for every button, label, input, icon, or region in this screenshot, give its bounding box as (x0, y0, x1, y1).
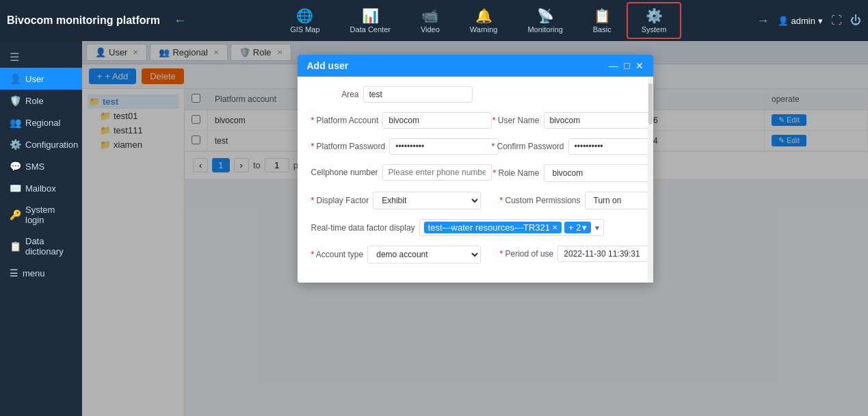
user-name-label: User Name (492, 116, 540, 125)
display-factor-select[interactable]: Exhibit (373, 192, 480, 209)
display-factor-field: Display Factor Exhibit (311, 192, 481, 209)
sidebar-item-configuration[interactable]: ⚙️ Configuration (0, 133, 82, 155)
right-controls: → 👤 admin ▾ ⛶ ⏻ (757, 14, 861, 28)
modal-header-controls: — □ ✕ (609, 60, 643, 71)
forward-button[interactable]: → (757, 14, 770, 28)
modal-minimize-button[interactable]: — (609, 60, 618, 71)
modal-maximize-button[interactable]: □ (624, 60, 629, 71)
nav-item-data-center[interactable]: 📊 Data Center (335, 2, 406, 39)
modal-scrollbar (648, 77, 653, 283)
gis-map-icon: 🌐 (296, 8, 313, 24)
sidebar-item-system-login[interactable]: 🔑 System login (0, 199, 82, 231)
nav-label-monitoring: Monitoring (527, 25, 562, 34)
nav-label-data-center: Data Center (350, 25, 391, 34)
platform-password-field: Platform Password (311, 138, 473, 155)
sidebar: ☰ 👤 User 🛡️ Role 👥 Regional ⚙️ Configura… (0, 41, 82, 416)
confirm-password-input[interactable] (568, 138, 648, 155)
cellphone-label: Cellphone number (311, 168, 378, 177)
sidebar-label-user: User (25, 74, 44, 84)
cellphone-field: Cellphone number (311, 164, 473, 181)
power-icon[interactable]: ⏻ (850, 14, 861, 27)
user-dropdown-icon: ▾ (818, 16, 823, 26)
account-name-row: Platform Account User Name (311, 112, 634, 129)
video-icon: 📹 (421, 8, 438, 24)
tag-container[interactable]: test—water resources—TR321 ✕ + 2 ▾ ▾ (419, 219, 605, 236)
nav-item-gis-map[interactable]: 🌐 GIS Map (275, 2, 334, 39)
cellphone-role-row: Cellphone number Role Name bivocom (311, 164, 634, 182)
nav-menu: 🌐 GIS Map 📊 Data Center 📹 Video 🔔 Warnin… (200, 2, 757, 39)
sidebar-label-sms: SMS (25, 161, 44, 172)
warning-icon: 🔔 (475, 8, 492, 24)
period-input[interactable] (557, 246, 647, 262)
nav-item-basic[interactable]: 📋 Basic (578, 2, 627, 39)
display-factor-label: Display Factor (311, 196, 369, 205)
nav-label-warning: Warning (470, 25, 498, 34)
sidebar-label-system-login: System login (25, 205, 73, 225)
realtime-field: Real-time data factor display test—water… (311, 219, 605, 236)
back-button[interactable]: ← (174, 14, 186, 28)
monitoring-icon: 📡 (537, 8, 554, 24)
date-input-wrap: 📅 (557, 246, 647, 262)
sidebar-item-regional[interactable]: 👥 Regional (0, 112, 82, 133)
tag-more[interactable]: + 2 ▾ (564, 222, 591, 233)
sms-sidebar-icon: 💬 (10, 161, 21, 172)
realtime-label: Real-time data factor display (311, 223, 415, 233)
nav-item-system[interactable]: ⚙️ System (627, 2, 682, 39)
platform-account-input[interactable] (382, 112, 492, 129)
sidebar-label-menu: menu (23, 268, 45, 278)
role-name-select[interactable]: bivocom (544, 164, 648, 182)
tag-dropdown-icon[interactable]: ▾ (595, 223, 599, 233)
nav-item-monitoring[interactable]: 📡 Monitoring (512, 2, 577, 39)
role-name-label: Role Name (492, 168, 540, 178)
sidebar-item-menu[interactable]: ☰ menu (0, 262, 82, 284)
platform-password-input[interactable] (389, 138, 499, 155)
mailbox-sidebar-icon: ✉️ (10, 183, 21, 194)
role-sidebar-icon: 🛡️ (10, 95, 21, 106)
sidebar-item-user[interactable]: 👤 User (0, 68, 82, 90)
realtime-row: Real-time data factor display test—water… (311, 219, 634, 236)
hamburger-menu[interactable]: ☰ (0, 47, 82, 68)
data-center-icon: 📊 (362, 8, 379, 24)
platform-account-field: Platform Account (311, 112, 473, 129)
nav-label-system: System (642, 25, 667, 34)
tag-more-dropdown-icon: ▾ (582, 222, 587, 233)
nav-item-warning[interactable]: 🔔 Warning (455, 2, 513, 39)
tag-close-icon[interactable]: ✕ (552, 224, 557, 231)
user-name-input[interactable] (544, 112, 648, 129)
add-user-modal: Add user — □ ✕ Area Platform (298, 55, 653, 283)
role-name-field: Role Name bivocom (492, 164, 648, 182)
sidebar-label-data-dictionary: Data dictionary (25, 236, 73, 257)
sidebar-item-mailbox[interactable]: ✉️ Mailbox (0, 177, 82, 199)
modal-overlay: Add user — □ ✕ Area Platform (82, 41, 868, 416)
modal-close-button[interactable]: ✕ (635, 60, 644, 71)
sidebar-item-sms[interactable]: 💬 SMS (0, 155, 82, 177)
display-custom-row: Display Factor Exhibit Custom Permission… (311, 192, 634, 209)
sidebar-item-data-dictionary[interactable]: 📋 Data dictionary (0, 231, 82, 262)
tag-item[interactable]: test—water resources—TR321 ✕ (424, 222, 562, 233)
system-login-sidebar-icon: 🔑 (10, 209, 21, 220)
tag-label: test—water resources—TR321 (428, 222, 550, 233)
period-field: Period of use 📅 (500, 246, 648, 262)
sidebar-label-regional: Regional (25, 118, 60, 128)
user-avatar-icon: 👤 (778, 16, 789, 26)
scrollbar-thumb[interactable] (648, 83, 653, 125)
top-navigation: Bivocom monitoring platform ← 🌐 GIS Map … (0, 0, 868, 41)
user-sidebar-icon: 👤 (10, 73, 21, 84)
fullscreen-icon[interactable]: ⛶ (831, 14, 842, 27)
area-row: Area (311, 86, 634, 103)
custom-permissions-select[interactable]: Turn on (585, 192, 648, 209)
nav-label-gis-map: GIS Map (290, 25, 319, 34)
nav-item-video[interactable]: 📹 Video (406, 2, 455, 39)
user-menu[interactable]: 👤 admin ▾ (778, 16, 823, 26)
nav-label-video: Video (421, 25, 440, 34)
account-type-select[interactable]: demo account (367, 246, 480, 263)
platform-password-label: Platform Password (311, 142, 386, 151)
area-input[interactable] (363, 86, 473, 103)
account-type-label: Account type (311, 250, 364, 259)
confirm-password-label: Confirm Password (492, 142, 564, 151)
cellphone-input[interactable] (382, 164, 492, 181)
nav-label-basic: Basic (593, 25, 611, 34)
period-label: Period of use (500, 249, 554, 259)
sidebar-item-role[interactable]: 🛡️ Role (0, 90, 82, 112)
custom-permissions-label: Custom Permissions (500, 196, 581, 205)
